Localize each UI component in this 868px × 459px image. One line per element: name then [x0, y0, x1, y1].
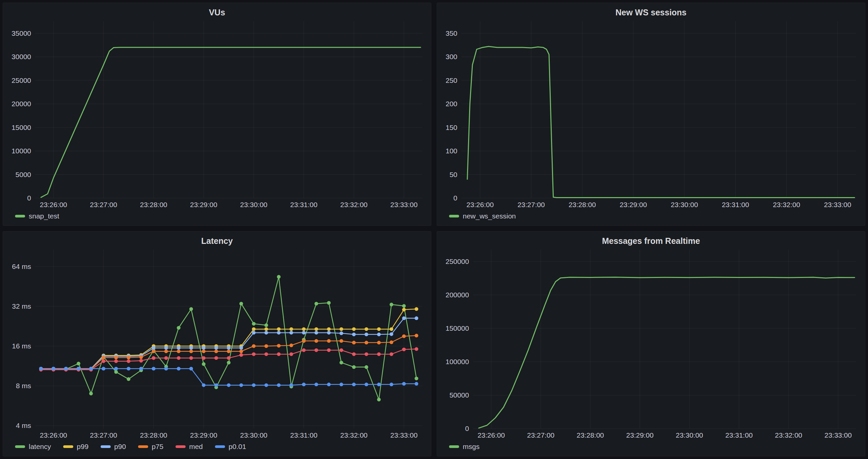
legend-item-p0.01[interactable]: p0.01: [215, 442, 246, 451]
svg-text:0: 0: [27, 194, 31, 202]
svg-text:250: 250: [446, 76, 457, 84]
svg-text:50: 50: [450, 171, 457, 178]
latency-legend: latencyp99p90p75medp0.01: [7, 440, 427, 453]
legend-swatch: [15, 215, 25, 218]
svg-text:23:30:00: 23:30:00: [671, 201, 698, 208]
svg-text:23:29:00: 23:29:00: [626, 431, 654, 439]
legend-item-latency[interactable]: latency: [15, 442, 51, 451]
messages-legend: msgs: [441, 440, 861, 453]
svg-text:23:28:00: 23:28:00: [568, 201, 596, 208]
svg-text:100000: 100000: [446, 358, 469, 365]
legend-swatch: [15, 445, 25, 448]
svg-text:0: 0: [465, 425, 469, 432]
svg-text:23:26:00: 23:26:00: [40, 431, 67, 439]
legend-item-msgs[interactable]: msgs: [449, 442, 479, 451]
svg-text:100: 100: [446, 147, 457, 155]
svg-text:23:31:00: 23:31:00: [725, 431, 753, 439]
svg-text:200000: 200000: [446, 291, 469, 299]
svg-text:23:28:00: 23:28:00: [577, 431, 604, 439]
chart-canvas[interactable]: 4 ms8 ms16 ms32 ms64 ms23:26:0023:27:002…: [7, 248, 427, 440]
series-p0.01: [39, 367, 418, 387]
svg-text:64 ms: 64 ms: [12, 263, 31, 270]
svg-text:150000: 150000: [446, 324, 469, 332]
svg-text:150: 150: [446, 124, 457, 131]
legend-swatch: [449, 215, 459, 218]
svg-text:35000: 35000: [12, 29, 31, 37]
svg-text:23:31:00: 23:31:00: [290, 201, 318, 208]
legend-swatch: [138, 445, 148, 448]
svg-text:0: 0: [454, 194, 457, 202]
new-ws-sessions-legend: new_ws_session: [441, 209, 861, 223]
svg-text:50000: 50000: [450, 391, 469, 399]
legend-swatch: [63, 445, 73, 448]
series-snap_test: [41, 47, 421, 197]
series-new_ws_session: [467, 46, 855, 197]
svg-text:23:26:00: 23:26:00: [466, 201, 494, 208]
legend-swatch: [101, 445, 111, 448]
x-axis-labels: 23:26:0023:27:0023:28:0023:29:0023:30:00…: [40, 201, 417, 208]
panel-title-new-ws-sessions[interactable]: New WS sessions: [441, 6, 861, 19]
y-axis-labels: 050000100000150000200000250000: [446, 258, 469, 432]
new-ws-sessions-chart[interactable]: 05010015020025030035023:26:0023:27:0023:…: [441, 19, 861, 209]
vus-chart[interactable]: 0500010000150002000025000300003500023:26…: [7, 19, 427, 209]
series-msgs: [479, 277, 855, 428]
legend-item-new_ws_session[interactable]: new_ws_session: [449, 212, 516, 220]
legend-label: latency: [29, 442, 51, 451]
legend-item-p90[interactable]: p90: [101, 442, 126, 451]
svg-text:23:32:00: 23:32:00: [773, 201, 800, 208]
legend-label: new_ws_session: [463, 212, 516, 220]
series-p75: [39, 334, 418, 371]
panel-title-messages[interactable]: Messages from Realtime: [441, 234, 861, 248]
svg-text:30000: 30000: [12, 53, 31, 61]
svg-text:350: 350: [446, 29, 457, 37]
panel-vus: VUs 050001000015000200002500030000350002…: [3, 3, 431, 226]
svg-text:25000: 25000: [12, 76, 31, 84]
svg-text:23:32:00: 23:32:00: [775, 431, 803, 439]
svg-text:23:29:00: 23:29:00: [620, 201, 647, 208]
legend-item-med[interactable]: med: [176, 442, 203, 451]
svg-text:23:26:00: 23:26:00: [477, 431, 505, 439]
chart-canvas[interactable]: 05010015020025030035023:26:0023:27:0023:…: [441, 19, 861, 209]
svg-text:20000: 20000: [12, 100, 31, 107]
chart-canvas[interactable]: 0500010000150002000025000300003500023:26…: [7, 19, 427, 209]
legend-swatch: [215, 445, 225, 448]
panel-title-latency[interactable]: Latency: [7, 234, 427, 248]
legend-label: p75: [152, 442, 163, 451]
svg-text:250000: 250000: [446, 258, 469, 265]
svg-text:4 ms: 4 ms: [16, 422, 31, 429]
svg-text:23:32:00: 23:32:00: [340, 431, 368, 439]
y-axis-labels: 4 ms8 ms16 ms32 ms64 ms: [12, 263, 31, 429]
legend-label: snap_test: [29, 212, 59, 220]
svg-text:23:31:00: 23:31:00: [290, 431, 318, 439]
svg-text:23:30:00: 23:30:00: [676, 431, 703, 439]
chart-canvas[interactable]: 05000010000015000020000025000023:26:0023…: [441, 248, 861, 440]
gridlines: [35, 250, 422, 429]
panel-new-ws-sessions: New WS sessions 05010015020025030035023:…: [437, 3, 865, 226]
svg-text:23:33:00: 23:33:00: [390, 201, 417, 208]
dashboard-grid: VUs 050001000015000200002500030000350002…: [0, 0, 868, 459]
panel-title-vus[interactable]: VUs: [7, 6, 427, 19]
legend-label: p90: [114, 442, 126, 451]
svg-text:23:27:00: 23:27:00: [518, 201, 545, 208]
svg-text:23:30:00: 23:30:00: [240, 431, 268, 439]
legend-label: msgs: [463, 442, 479, 451]
svg-text:23:27:00: 23:27:00: [527, 431, 554, 439]
legend-swatch: [449, 445, 459, 448]
messages-chart[interactable]: 05000010000015000020000025000023:26:0023…: [441, 248, 861, 440]
latency-chart[interactable]: 4 ms8 ms16 ms32 ms64 ms23:26:0023:27:002…: [7, 248, 427, 440]
svg-text:23:29:00: 23:29:00: [190, 201, 217, 208]
svg-text:10000: 10000: [12, 147, 31, 155]
series-latency: [39, 275, 418, 401]
svg-text:23:26:00: 23:26:00: [40, 201, 67, 208]
legend-item-p75[interactable]: p75: [138, 442, 163, 451]
legend-item-snap_test[interactable]: snap_test: [15, 212, 59, 220]
svg-text:16 ms: 16 ms: [12, 342, 31, 350]
y-axis-labels: 05000100001500020000250003000035000: [12, 29, 31, 202]
legend-item-p99[interactable]: p99: [63, 442, 89, 451]
legend-swatch: [176, 445, 186, 448]
legend-label: p0.01: [229, 442, 246, 451]
svg-text:200: 200: [446, 100, 457, 107]
svg-text:23:27:00: 23:27:00: [90, 431, 117, 439]
x-axis-labels: 23:26:0023:27:0023:28:0023:29:0023:30:00…: [477, 431, 851, 439]
svg-text:23:33:00: 23:33:00: [390, 431, 417, 439]
